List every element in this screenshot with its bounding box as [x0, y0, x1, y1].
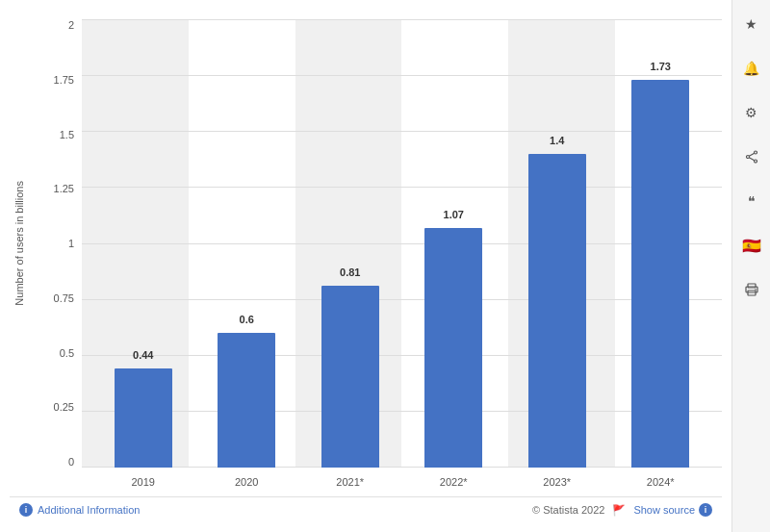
gear-icon-button[interactable]: ⚙	[737, 98, 766, 127]
bell-icon-button[interactable]: 🔔	[737, 54, 766, 83]
svg-point-1	[754, 160, 757, 163]
x-label-2022: 2022*	[402, 476, 506, 488]
bar-label-2021: 0.81	[321, 266, 379, 278]
bar-label-2023: 1.4	[528, 135, 586, 146]
y-tick-15: 1.5	[60, 129, 74, 140]
flag-icon-button[interactable]: 🇪🇸	[737, 231, 766, 260]
y-tick-05: 0.5	[60, 347, 74, 359]
show-source-button[interactable]: Show source i	[633, 503, 712, 517]
flag-symbol: 🚩	[612, 504, 626, 517]
y-axis: 0 0.25 0.5 0.75 1 1.25 1.5 1.75 2	[29, 19, 82, 496]
bar-group-2020: 0.6	[195, 19, 299, 468]
svg-line-3	[749, 153, 754, 156]
y-axis-title-wrapper: Number of users in billions	[10, 19, 29, 496]
print-icon-button[interactable]	[737, 275, 766, 304]
bar-2019: 0.44	[115, 368, 172, 468]
footer: i Additional Information © Statista 2022…	[10, 496, 722, 522]
bar-2020: 0.6	[218, 333, 275, 468]
svg-point-0	[754, 151, 757, 154]
quote-icon-button[interactable]: ❝	[737, 187, 766, 215]
info-icon: i	[19, 503, 33, 517]
y-axis-title: Number of users in billions	[13, 181, 25, 306]
bar-group-2024: 1.73	[609, 19, 713, 468]
share-icon-button[interactable]	[737, 142, 766, 171]
bar-label-2019: 0.44	[115, 349, 172, 361]
y-tick-075: 0.75	[54, 292, 74, 304]
y-tick-2: 2	[68, 19, 74, 31]
statista-credit: © Statista 2022	[532, 504, 604, 516]
chart-area: Number of users in billions 0 0.25 0.5 0…	[10, 19, 722, 496]
svg-line-4	[749, 158, 754, 161]
bar-2021: 0.81	[321, 286, 379, 468]
y-tick-025: 0.25	[54, 401, 74, 413]
bar-group-2021: 0.81	[298, 19, 402, 468]
y-tick-125: 1.25	[54, 183, 74, 194]
bars-row: 0.44 0.6 0.81	[82, 19, 722, 468]
svg-point-2	[746, 156, 749, 159]
bar-label-2020: 0.6	[218, 314, 275, 325]
x-label-2023: 2023*	[505, 476, 609, 488]
bar-group-2023: 1.4	[505, 19, 609, 468]
sidebar: ★ 🔔 ⚙ ❝ 🇪🇸	[732, 0, 770, 532]
x-label-2020: 2020	[195, 476, 299, 488]
x-label-2024: 2024*	[609, 476, 713, 488]
bar-group-2019: 0.44	[91, 19, 195, 468]
x-label-2021: 2021*	[298, 476, 402, 488]
bar-group-2022: 1.07	[402, 19, 506, 468]
y-tick-0: 0	[68, 456, 74, 468]
bar-label-2024: 1.73	[631, 61, 689, 72]
bar-label-2022: 1.07	[424, 209, 482, 220]
x-label-2019: 2019	[91, 476, 195, 488]
footer-right: © Statista 2022 🚩 Show source i	[532, 503, 712, 517]
show-source-info-icon: i	[699, 503, 712, 517]
bar-2024: 1.73	[631, 80, 689, 468]
main-content: Number of users in billions 0 0.25 0.5 0…	[0, 0, 732, 532]
additional-info-label: Additional Information	[38, 504, 140, 516]
additional-info-button[interactable]: i Additional Information	[19, 503, 140, 517]
show-source-label: Show source	[633, 504, 695, 516]
chart-container: Number of users in billions 0 0.25 0.5 0…	[10, 19, 722, 496]
bar-2022: 1.07	[424, 228, 482, 468]
y-tick-1: 1	[68, 238, 74, 249]
svg-point-8	[755, 289, 757, 291]
bars-area: 0.44 0.6 0.81	[82, 19, 722, 496]
y-tick-175: 1.75	[54, 74, 74, 86]
x-labels: 2019 2020 2021* 2022* 2023* 2024*	[82, 468, 722, 496]
bar-2023: 1.4	[528, 154, 586, 468]
star-icon-button[interactable]: ★	[737, 10, 766, 38]
